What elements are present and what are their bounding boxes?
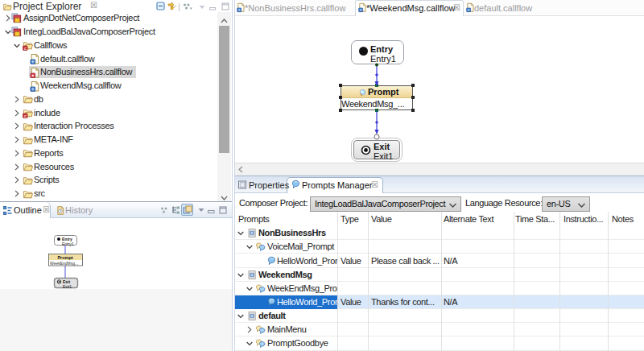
svg-text:Prompt: Prompt	[57, 255, 72, 260]
svg-text:Entry1: Entry1	[62, 242, 74, 246]
svg-text:WeekEndMsg...: WeekEndMsg...	[50, 261, 78, 266]
svg-text:Exit1: Exit1	[63, 284, 72, 289]
